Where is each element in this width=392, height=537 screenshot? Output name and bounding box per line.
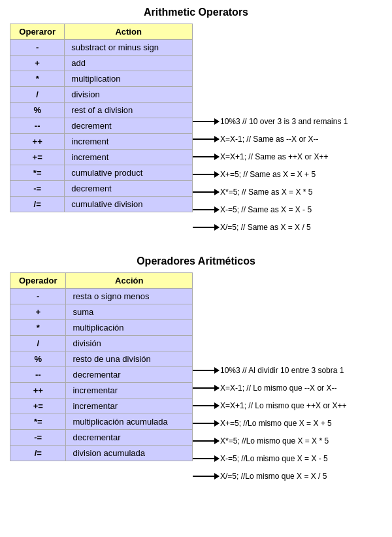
action-cell: incrementar bbox=[66, 399, 193, 414]
arrow-line bbox=[193, 370, 219, 371]
action-cell: multiplicación bbox=[66, 320, 193, 336]
action-cell: resto de una división bbox=[66, 351, 193, 367]
action-cell: resta o signo menos bbox=[66, 289, 193, 304]
table-row: +=increment bbox=[10, 150, 193, 165]
arrow-line bbox=[193, 405, 219, 406]
arrow-line bbox=[193, 156, 219, 157]
operator-cell: * bbox=[10, 71, 65, 87]
arrow-icon bbox=[193, 156, 220, 157]
annotation-text: X=X+1; // Same as ++X or X++ bbox=[220, 152, 328, 161]
arrow-line bbox=[193, 121, 219, 122]
action-cell: cumulative division bbox=[65, 197, 193, 212]
operator-cell: ++ bbox=[10, 383, 66, 399]
annotation-row: 10%3 // Al dividir 10 entre 3 sobra 1 bbox=[193, 361, 346, 379]
annotation-text: X+=5; // Same as X = X + 5 bbox=[220, 170, 316, 179]
annotation-row: X*=5; //Lo mismo que X = X * 5 bbox=[193, 432, 346, 449]
table-row: %rest of a division bbox=[10, 103, 193, 118]
spanish-section: Operadores Aritméticos Operador Acción -… bbox=[10, 255, 382, 485]
action-cell: increment bbox=[65, 134, 193, 150]
action-cell: increment bbox=[65, 150, 193, 165]
arrow-icon bbox=[193, 440, 220, 442]
operator-cell: -- bbox=[10, 118, 65, 134]
annotation-text: X=X-1; // Lo mismo que --X or X-- bbox=[220, 383, 336, 393]
annotation-row bbox=[193, 291, 346, 308]
annotation-row: X=X+1; // Same as ++X or X++ bbox=[193, 148, 348, 165]
table-row: ++incrementar bbox=[10, 383, 193, 399]
table-row: -resta o signo menos bbox=[10, 289, 193, 304]
arrow-line bbox=[193, 191, 219, 193]
action-cell: cumulative product bbox=[65, 165, 193, 181]
arrow-icon bbox=[193, 458, 220, 459]
annotation-text: X=X-1; // Same as --X or X-- bbox=[220, 135, 318, 144]
annotation-row: X-=5; //Lo mismo que X = X - 5 bbox=[193, 449, 346, 467]
annotation-row bbox=[193, 59, 348, 77]
spanish-table: Operador Acción -resta o signo menos+sum… bbox=[10, 272, 193, 461]
action-cell: decrement bbox=[65, 181, 193, 197]
operator-cell: -- bbox=[10, 367, 66, 383]
annotation-row bbox=[193, 326, 346, 344]
english-table: Operaror Action -substract or minus sign… bbox=[10, 24, 193, 212]
english-section: Arithmetic Operators Operaror Action -su… bbox=[10, 7, 382, 236]
table-row: /division bbox=[10, 87, 193, 103]
spanish-header-action: Acción bbox=[66, 273, 193, 289]
annotation-text: X=X+1; // Lo mismo que ++X or X++ bbox=[220, 401, 346, 410]
english-table-wrapper: Operaror Action -substract or minus sign… bbox=[10, 24, 382, 236]
action-cell: suma bbox=[66, 304, 193, 320]
annotation-row bbox=[193, 95, 348, 112]
table-row: -substract or minus sign bbox=[10, 40, 193, 56]
annotation-row: X/=5; //Lo mismo que X = X / 5 bbox=[193, 467, 346, 485]
arrow-line bbox=[193, 423, 219, 424]
annotation-row bbox=[193, 344, 346, 361]
annotation-row: X+=5; // Same as X = X + 5 bbox=[193, 165, 348, 183]
operator-cell: % bbox=[10, 351, 66, 367]
action-cell: multiplicación acumulada bbox=[66, 414, 193, 430]
action-cell: add bbox=[65, 56, 193, 71]
annotation-text: X+=5; //Lo mismo que X = X + 5 bbox=[220, 419, 332, 428]
arrow-line bbox=[193, 227, 219, 228]
annotation-text: X/=5; //Lo mismo que X = X / 5 bbox=[220, 472, 327, 481]
action-cell: decrement bbox=[65, 118, 193, 134]
annotation-row: X+=5; //Lo mismo que X = X + 5 bbox=[193, 414, 346, 432]
arrow-line bbox=[193, 138, 219, 140]
annotation-row: X=X-1; // Same as --X or X-- bbox=[193, 130, 348, 148]
annotation-row: X=X+1; // Lo mismo que ++X or X++ bbox=[193, 397, 346, 414]
annotation-text: X*=5; // Same as X = X * 5 bbox=[220, 187, 312, 197]
arrow-icon bbox=[193, 405, 220, 406]
arrow-icon bbox=[193, 138, 220, 140]
action-cell: rest of a division bbox=[65, 103, 193, 118]
operator-cell: - bbox=[10, 40, 65, 56]
operator-cell: * bbox=[10, 320, 66, 336]
arrow-icon bbox=[193, 387, 220, 389]
action-cell: division acumulada bbox=[66, 446, 193, 461]
action-cell: decrementar bbox=[66, 367, 193, 383]
operator-cell: -= bbox=[10, 430, 66, 446]
arrow-icon bbox=[193, 209, 220, 210]
table-row: -=decrement bbox=[10, 181, 193, 197]
annotation-row: X/=5; // Same as X = X / 5 bbox=[193, 218, 348, 236]
table-row: %resto de una división bbox=[10, 351, 193, 367]
annotation-row bbox=[193, 308, 346, 326]
english-annotations: 10%3 // 10 over 3 is 3 and remains 1X=X-… bbox=[193, 24, 348, 236]
annotation-row bbox=[193, 42, 348, 59]
annotation-row: X=X-1; // Lo mismo que --X or X-- bbox=[193, 379, 346, 397]
table-row: *multiplication bbox=[10, 71, 193, 87]
arrow-icon bbox=[193, 227, 220, 228]
table-row: *multiplicación bbox=[10, 320, 193, 336]
operator-cell: *= bbox=[10, 414, 66, 430]
action-cell: division bbox=[65, 87, 193, 103]
table-row: ++increment bbox=[10, 134, 193, 150]
operator-cell: - bbox=[10, 289, 66, 304]
arrow-line bbox=[193, 476, 219, 477]
operator-cell: / bbox=[10, 87, 65, 103]
operator-cell: *= bbox=[10, 165, 65, 181]
spanish-header-operator: Operador bbox=[10, 273, 66, 289]
arrow-line bbox=[193, 387, 219, 389]
english-title: Arithmetic Operators bbox=[10, 7, 382, 18]
table-row: /=division acumulada bbox=[10, 446, 193, 461]
arrow-icon bbox=[193, 476, 220, 477]
annotation-row: 10%3 // 10 over 3 is 3 and remains 1 bbox=[193, 112, 348, 130]
table-row: +add bbox=[10, 56, 193, 71]
arrow-icon bbox=[193, 191, 220, 193]
annotation-text: X*=5; //Lo mismo que X = X * 5 bbox=[220, 436, 329, 446]
annotation-row bbox=[193, 77, 348, 95]
